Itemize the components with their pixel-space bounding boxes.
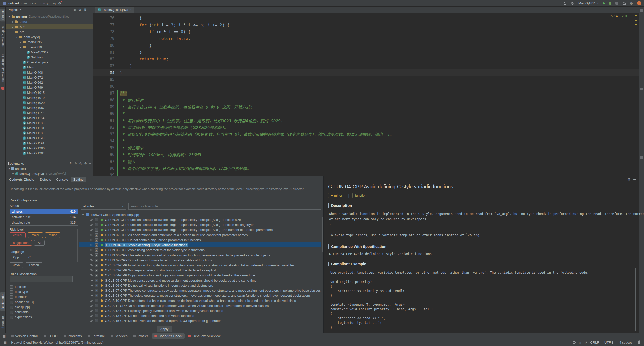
status-message[interactable]: Huawei Cloud Toolkit: Welcome! hw0817996… xyxy=(11,341,103,344)
tool-window-button-codearts-check[interactable]: CodeArts Check xyxy=(152,333,185,339)
tree-item[interactable]: ▸.idea xyxy=(6,19,93,24)
expand-arrow[interactable]: ▸ xyxy=(11,20,15,23)
classification-option[interactable]: data type xyxy=(10,289,34,294)
checkbox[interactable] xyxy=(10,295,13,299)
sync-icon[interactable]: ⇄ xyxy=(584,341,587,344)
code-line[interactable]: 83 } xyxy=(93,62,639,69)
expand-arrow[interactable]: ▾ xyxy=(11,31,15,33)
tree-item[interactable]: CSolution xyxy=(6,55,93,60)
classification-filter-input[interactable] xyxy=(10,276,73,282)
rule-row[interactable]: ✓G.CLS.10-CPP Destructors of a base clas… xyxy=(79,298,321,303)
lock-icon[interactable] xyxy=(638,342,640,344)
visibility-eye-icon[interactable] xyxy=(89,238,93,242)
rule-row[interactable]: ✓G.FUN.01-CPP Functions should follow th… xyxy=(79,227,321,232)
tree-item[interactable]: CMainOj1154 xyxy=(6,115,93,120)
code-line[interactable]: 81 } xyxy=(93,49,639,56)
rule-checkbox[interactable]: ✓ xyxy=(95,294,98,297)
tree-item[interactable]: CMainOj1180 xyxy=(6,120,93,125)
tree-item[interactable]: ▾com.wxy.oj xyxy=(6,34,93,39)
rule-checkbox[interactable]: ✓ xyxy=(95,279,98,282)
status-widget[interactable]: UTF-8 xyxy=(604,341,614,344)
rule-group-row[interactable]: ▾Huawei Cloud Specification(Cpp) xyxy=(79,212,321,217)
tool-button-bookmarks[interactable]: Bookmarks xyxy=(0,292,5,311)
rule-row[interactable]: ✓G.CLS.11-CPP Do not redefine default pa… xyxy=(79,303,321,308)
risk-level-button-critical[interactable]: critical xyxy=(10,232,26,238)
gear-icon[interactable]: ⚙ xyxy=(84,162,87,165)
breadcrumb-item[interactable]: com xyxy=(32,1,39,5)
progress-icon[interactable] xyxy=(573,341,576,344)
tree-item[interactable]: ▾CMainOj1249.javasrc/com/wxy/oj xyxy=(6,171,93,176)
classification-option[interactable]: class[Cpp] xyxy=(10,305,34,310)
status-filter-row[interactable]: disabled rule315 xyxy=(10,220,78,225)
tree-item[interactable]: ▾main2319 xyxy=(6,44,93,50)
expand-arrow[interactable]: ▾ xyxy=(11,172,15,175)
build-hammer-icon[interactable] xyxy=(571,2,574,5)
tree-item[interactable]: CMainOj572 xyxy=(6,75,93,80)
sort-icon[interactable]: ⇅ xyxy=(70,162,72,165)
rule-checkbox[interactable]: ✓ xyxy=(95,284,98,287)
rule-checkbox[interactable]: ✓ xyxy=(95,269,98,272)
code-line[interactable]: 92 * 每次操作后的数字必须始终是素数（如23和29是素数）。 xyxy=(93,124,639,131)
visibility-eye-icon[interactable] xyxy=(89,228,93,232)
code-line[interactable]: 94 * xyxy=(93,137,639,144)
tree-item[interactable]: CMainOj1191 xyxy=(6,141,93,146)
tab-defects[interactable]: Defects xyxy=(37,177,54,182)
rule-search-input[interactable] xyxy=(129,203,321,209)
tree-item[interactable]: CCheckList.java xyxy=(6,60,93,65)
rule-checkbox[interactable]: ✓ xyxy=(95,289,98,292)
status-widget[interactable]: 4 spaces xyxy=(619,341,632,344)
code-line[interactable]: 77 for (int i = 3; i * i <= n; i += 2) { xyxy=(93,21,639,28)
tab-console[interactable]: Console xyxy=(54,177,71,182)
hide-panel-icon[interactable]: ─ xyxy=(633,177,636,181)
tree-item[interactable]: CMainOj1200 xyxy=(6,146,93,151)
tree-item[interactable]: CMainOj1067 xyxy=(6,105,93,110)
code-line[interactable]: 79 return false; xyxy=(93,35,639,42)
tool-window-button-services[interactable]: Services xyxy=(108,333,130,339)
tree-item[interactable]: CMainOj799 xyxy=(6,85,93,90)
rule-row[interactable]: ✓G.FUN.02-CPP All declarations and defin… xyxy=(79,232,321,237)
rule-checkbox[interactable]: ✓ xyxy=(95,223,98,226)
tree-item[interactable]: CMainOj408 xyxy=(6,70,93,75)
language-button-c[interactable]: C xyxy=(25,255,34,260)
tree-item[interactable]: ▸main1195 xyxy=(6,39,93,44)
code-line[interactable]: 88 * 题目描述 xyxy=(93,97,639,103)
tree-item[interactable]: CMainOj1181 xyxy=(6,125,93,130)
visibility-eye-icon[interactable] xyxy=(89,273,93,277)
code-line[interactable]: 82 return true; xyxy=(93,56,639,62)
tab-setting[interactable]: Setting xyxy=(71,177,86,182)
visibility-eye-icon[interactable] xyxy=(89,248,93,252)
expand-arrow[interactable]: ▾ xyxy=(8,15,11,18)
rule-row[interactable]: ✓G.CLS.05-CPP Move constructors and move… xyxy=(79,278,321,283)
rule-row[interactable]: ✓G.CLS.02-CPP Initialization during decl… xyxy=(79,263,321,268)
close-icon[interactable]: × xyxy=(130,8,132,11)
rule-row[interactable]: ✓G.FUN.07-CPP Do not use std::move to re… xyxy=(79,258,321,263)
rule-row[interactable]: ✓G.CLS.07-CPP The copy constructors, cop… xyxy=(79,288,321,293)
tree-item[interactable]: CMainOj1204 xyxy=(6,151,93,156)
tree-item[interactable]: CMainOj1020 xyxy=(6,100,93,105)
classification-option[interactable]: operators xyxy=(10,294,34,299)
language-button-cpp[interactable]: Cpp xyxy=(10,255,22,260)
rule-checkbox[interactable]: ✓ xyxy=(95,259,98,262)
expand-arrow[interactable]: ▾ xyxy=(15,36,18,38)
visibility-eye-icon[interactable] xyxy=(89,289,93,292)
classification-option[interactable]: constants xyxy=(10,310,34,315)
scan-scope-notice[interactable]: If nothing is filled in, all contents of… xyxy=(9,186,320,192)
tree-item[interactable]: CMainOj662 xyxy=(6,80,93,85)
code-with-me-icon[interactable] xyxy=(563,2,566,5)
checkbox[interactable] xyxy=(10,290,13,294)
tree-item[interactable]: CMainOj1189 xyxy=(6,130,93,135)
tree-item[interactable]: ▾untitled xyxy=(6,166,93,171)
expand-collapse-icon[interactable]: ⇅ xyxy=(84,8,87,12)
grid-icon[interactable]: ▦ xyxy=(3,334,6,338)
expand-arrow[interactable]: ▾ xyxy=(19,46,22,49)
rules-filter-dropdown[interactable]: all rules ▾ xyxy=(81,203,126,210)
gear-icon[interactable]: ⚙ xyxy=(627,177,631,181)
tool-button-huawei-plugins[interactable]: Huawei Plugins xyxy=(0,25,5,49)
checkbox[interactable] xyxy=(10,316,13,319)
rule-row[interactable]: ✓G.FUN.03-CPP Do not contain any unused … xyxy=(79,237,321,242)
tree-item[interactable]: CMain xyxy=(6,65,93,70)
status-widget[interactable]: CRLF xyxy=(590,341,599,344)
rule-checkbox[interactable]: ✓ xyxy=(95,314,98,317)
breadcrumb-item[interactable]: oj xyxy=(53,1,56,5)
gradle-icon[interactable] xyxy=(640,88,643,90)
